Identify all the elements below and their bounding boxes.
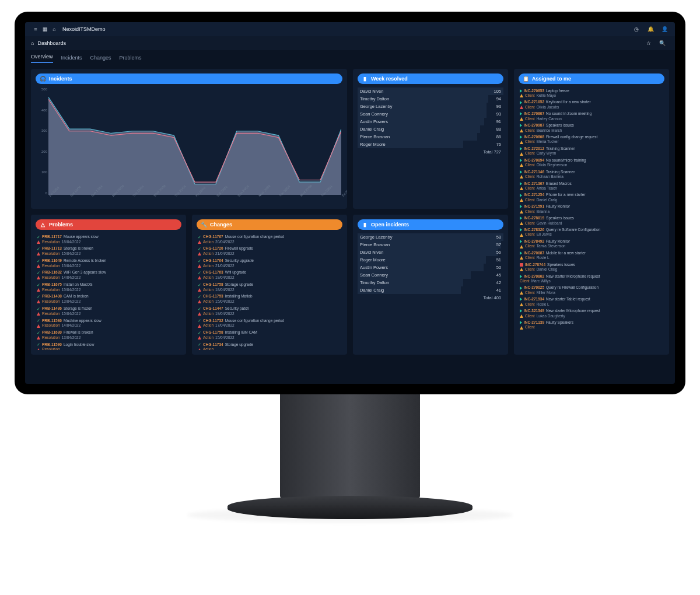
check-icon: ✓ [37, 342, 40, 347]
list-item[interactable]: ✓CHG-11447 Security patchAction 19/04/20… [197, 305, 342, 317]
table-row[interactable]: Sean Connery93 [358, 110, 503, 118]
search-icon[interactable]: 🔍 [659, 40, 666, 46]
breadcrumb-home-icon[interactable]: ⌂ [31, 40, 34, 46]
warning-icon [520, 175, 523, 178]
list-item[interactable]: INC-278744 Speakers issuesClient Daniel … [519, 261, 664, 273]
list-item[interactable]: INC-270025 Query re Firewall Configurati… [519, 285, 664, 296]
list-item[interactable]: ✓PRB-11590 Login trouble slowResolution [36, 341, 181, 350]
list-item[interactable]: INC-321349 New starter Microphone reques… [519, 308, 664, 320]
list-item[interactable]: ✓CHG-11732 Mouse configuration change pe… [197, 317, 342, 330]
list-item[interactable]: ✓CHG-11726 Firewall upgradeAction 21/04/… [197, 246, 342, 258]
home-icon[interactable]: ⌂ [50, 24, 59, 34]
warning-icon [520, 129, 523, 132]
list-item[interactable]: ✓PRB-11713 Storage is brokenResolution 1… [36, 246, 181, 258]
list-item[interactable]: INC-270894 No sound/micro trainingClient… [519, 157, 664, 169]
list-item[interactable]: INC-271934 New starter Tablet requestCli… [519, 296, 664, 308]
table-row[interactable]: David Niven56 [358, 249, 503, 256]
table-row[interactable]: Daniel Craig41 [358, 286, 503, 294]
panel-week-resolved: ▮ Week resolved David Niven105Timothy Da… [353, 69, 508, 209]
list-item[interactable]: ✓CHG-11758 Installing IBM CAMAction 15/0… [197, 329, 342, 341]
table-row[interactable]: Timothy Dalton42 [358, 279, 503, 286]
table-row[interactable]: Roger Moore76 [358, 141, 503, 148]
list-item[interactable]: INC-270808 Firewall config change reques… [519, 134, 664, 146]
list-item[interactable]: INC-271367 Erased MacrosClient Anisa Tea… [519, 180, 664, 192]
warning-icon [198, 240, 201, 244]
table-row[interactable]: David Niven105 [358, 88, 503, 95]
check-icon: ✓ [37, 282, 40, 288]
warning-icon [520, 291, 523, 295]
table-row[interactable]: Austin Powers50 [358, 264, 503, 271]
play-icon [520, 135, 522, 139]
play-icon [520, 216, 522, 220]
list-item[interactable]: ✓CHG-11764 Security upgradeAction 21/04/… [197, 257, 342, 270]
table-row[interactable]: Daniel Craig88 [358, 125, 503, 133]
table-row[interactable]: George Lazenby93 [358, 103, 503, 110]
play-icon [520, 286, 522, 290]
list-item[interactable]: INC-270987 Speakers issuesClient Beatric… [519, 123, 664, 134]
warning-icon [520, 233, 523, 237]
warning-icon [198, 276, 201, 279]
play-icon [520, 147, 522, 150]
list-item[interactable]: INC-270087 Mobile for a new starterClien… [519, 250, 664, 261]
warning-icon [198, 252, 201, 256]
tab-changes[interactable]: Changes [90, 55, 111, 63]
play-icon [520, 101, 522, 104]
warning-icon [520, 245, 523, 249]
list-item[interactable]: ✓PRB-11682 WiFi Gen 3 appears slowResolu… [36, 270, 181, 282]
grid-icon[interactable]: ▦ [40, 24, 50, 34]
warning-icon [198, 288, 201, 292]
list-item[interactable]: ✓PRB-11586 Machine appears slowResolutio… [36, 317, 181, 330]
warning-icon [520, 106, 523, 109]
tab-overview[interactable]: Overview [31, 54, 53, 63]
table-row[interactable]: Austin Powers91 [358, 118, 503, 125]
list-item[interactable]: ✓CHG-11753 Installing MatlabAction 15/04… [197, 293, 342, 306]
warning-icon [520, 187, 523, 190]
tab-incidents[interactable]: Incidents [61, 55, 82, 63]
panel-changes-header: 🔧 Changes [197, 219, 342, 230]
list-item[interactable]: ✓PRB-11486 Storage is frozenResolution 1… [36, 305, 181, 317]
list-item[interactable]: INC-278492 Faulty MonitorClient Tamia St… [519, 238, 664, 250]
play-icon [520, 182, 522, 186]
list-item[interactable]: ✓CHG-11763 Wifi upgradeAction 19/04/2022 [197, 270, 342, 282]
list-item[interactable]: INC-271146 Training ScannerClient Rohaan… [519, 169, 664, 180]
warning-icon [37, 264, 40, 268]
list-item[interactable]: ✓PRB-11408 CAM is brokenResolution 13/04… [36, 293, 181, 306]
list-item[interactable]: INC-272012 Training ScannerClient Carly … [519, 145, 664, 157]
list-item[interactable]: INC-278326 Query re Software Configurati… [519, 227, 664, 239]
menu-icon[interactable]: ≡ [31, 24, 40, 34]
check-icon: ✓ [37, 235, 40, 240]
warning-icon [37, 336, 40, 340]
list-item[interactable]: ✓CHG-11758 Storage upgradeAction 18/04/2… [197, 281, 342, 293]
tab-problems[interactable]: Problems [120, 55, 142, 63]
list-item[interactable]: INC-270807 No sound in Zoom meetingClien… [519, 111, 664, 123]
play-icon [520, 112, 522, 116]
play-icon [520, 275, 522, 278]
breadcrumb-title: Dashboards [37, 40, 66, 46]
check-icon: ✓ [198, 270, 201, 275]
list-item[interactable]: INC-278019 Speakers issuesClient Gavin H… [519, 215, 664, 227]
history-icon[interactable]: ◷ [632, 24, 641, 34]
list-item[interactable]: ✓PRB-11680 Firewall is brokenResolution … [36, 329, 181, 341]
list-item[interactable]: ✓PRB-11717 Mouse appears slowResolution … [36, 233, 181, 246]
table-row[interactable]: Pierce Brosnan57 [358, 241, 503, 249]
table-row[interactable]: Timothy Dalton94 [358, 95, 503, 103]
check-icon: ✓ [198, 246, 201, 251]
list-item[interactable]: INC-271052 Keyboard for a new starterCli… [519, 99, 664, 111]
list-item[interactable]: ✓PRB-11675 Install on MacOSResolution 15… [36, 281, 181, 293]
list-item[interactable]: INC-271254 Phone for a new starterClient… [519, 192, 664, 204]
user-icon[interactable]: 👤 [660, 24, 669, 34]
star-icon[interactable]: ☆ [646, 40, 651, 46]
list-item[interactable]: ✓PRB-11649 Remote Access is brokenResolu… [36, 257, 181, 270]
list-item[interactable]: ✓CHG-11767 Mouse configuration change pe… [197, 233, 342, 246]
warning-icon [520, 210, 523, 214]
list-item[interactable]: INC-271591 Faulty MonitorClient Brianna [519, 204, 664, 215]
table-row[interactable]: George Lazenby58 [358, 233, 503, 241]
table-row[interactable]: Roger Moore51 [358, 256, 503, 264]
table-row[interactable]: Sean Connery45 [358, 271, 503, 279]
list-item[interactable]: INC-270862 New starter Microphone reques… [519, 273, 664, 285]
bell-icon[interactable]: 🔔 [646, 24, 655, 34]
table-row[interactable]: Pierce Brosnan86 [358, 133, 503, 141]
list-item[interactable]: ✓CHG-11734 Storage upgradeAction [197, 341, 342, 350]
list-item[interactable]: INC-271139 Faulty SpeakersClient [519, 320, 664, 331]
list-item[interactable]: INC-270853 Laptop freezeClient Kellie Ma… [519, 88, 664, 99]
